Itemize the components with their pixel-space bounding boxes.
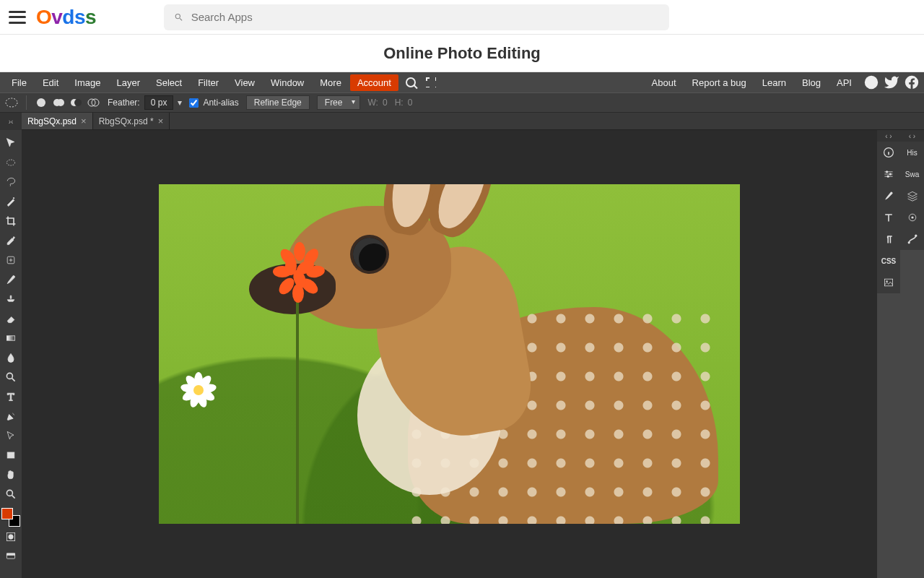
right-panel-column-a: ‹ › CSS	[877, 130, 900, 293]
canvas-image[interactable]	[159, 184, 740, 524]
antialias-label: Anti-alias	[203, 98, 238, 108]
height-label: H:	[395, 98, 404, 108]
document-tab[interactable]: RbgSQx.psd * ×	[93, 113, 170, 129]
tab-close-icon[interactable]: ×	[158, 116, 164, 126]
tool-path-select[interactable]	[1, 426, 21, 445]
tool-gradient[interactable]	[1, 328, 21, 348]
search-input[interactable]	[191, 11, 659, 23]
tool-shape-rectangle[interactable]	[1, 445, 21, 465]
logo-letter: O	[36, 6, 51, 28]
panel-brush-icon[interactable]	[877, 185, 900, 207]
flower-stem-illustration	[296, 285, 299, 524]
feather-value[interactable]: 0 px	[144, 95, 174, 110]
menubar-fullscreen-icon[interactable]	[423, 74, 439, 90]
tool-blur[interactable]	[1, 348, 21, 367]
menu-api[interactable]: API	[829, 74, 859, 91]
tool-crop[interactable]	[1, 211, 21, 230]
menu-edit[interactable]: Edit	[35, 74, 66, 91]
menu-view[interactable]: View	[227, 74, 262, 91]
svg-point-0	[865, 76, 878, 89]
menu-hamburger-icon[interactable]	[9, 11, 26, 24]
panel-character-icon[interactable]	[877, 207, 900, 228]
menu-learn[interactable]: Learn	[755, 74, 793, 91]
panel-css-icon[interactable]: CSS	[877, 250, 900, 272]
tool-clone-stamp[interactable]	[1, 289, 21, 309]
tool-pen[interactable]	[1, 406, 21, 426]
height-control: H: 0	[395, 98, 413, 108]
panel-history-tab[interactable]: His	[900, 142, 924, 163]
svg-rect-12	[6, 335, 14, 340]
panel-info-icon[interactable]	[877, 142, 900, 163]
panel-image-icon[interactable]	[877, 272, 900, 293]
refine-edge-button[interactable]: Refine Edge	[246, 95, 310, 110]
menu-image[interactable]: Image	[67, 74, 108, 91]
reddit-icon[interactable]	[863, 74, 879, 90]
tool-magic-wand[interactable]	[1, 191, 21, 211]
logo-letter: d	[62, 6, 74, 28]
foreground-color-swatch[interactable]	[1, 508, 13, 519]
selection-subtract-icon[interactable]	[69, 95, 83, 110]
menu-about[interactable]: About	[645, 74, 684, 91]
menu-window[interactable]: Window	[263, 74, 311, 91]
panel-swatches-tab[interactable]: Swa	[900, 163, 924, 185]
menu-layer[interactable]: Layer	[110, 74, 148, 91]
tool-marquee-ellipse[interactable]	[1, 152, 21, 172]
tool-healing-brush[interactable]	[1, 250, 21, 269]
tool-quickmask[interactable]	[1, 527, 21, 546]
panel-channels-icon[interactable]	[900, 207, 924, 228]
page-title: Online Photo Editing	[383, 44, 541, 63]
document-tab[interactable]: RbgSQx.psd ×	[22, 113, 93, 129]
selection-ellipse-icon[interactable]	[4, 95, 19, 110]
svg-point-22	[889, 173, 892, 175]
site-logo[interactable]: Ovdss	[36, 6, 96, 29]
tool-screenmode[interactable]	[1, 546, 21, 566]
color-swatches[interactable]	[1, 508, 20, 527]
tab-close-icon[interactable]: ×	[81, 116, 87, 126]
menu-file[interactable]: File	[4, 74, 34, 91]
tool-eraser[interactable]	[1, 309, 21, 328]
tool-lasso[interactable]	[1, 172, 21, 191]
twitter-icon[interactable]	[884, 74, 899, 90]
facebook-icon[interactable]	[904, 74, 920, 90]
svg-point-9	[6, 160, 14, 165]
editor-workspace[interactable]	[22, 130, 877, 578]
tool-brush[interactable]	[1, 269, 21, 289]
svg-rect-24	[884, 279, 892, 286]
menubar-search-icon[interactable]	[403, 74, 419, 90]
width-value[interactable]: 0	[383, 98, 388, 108]
panel-adjust-icon[interactable]	[877, 163, 900, 185]
tool-dodge[interactable]	[1, 367, 21, 387]
search-box[interactable]	[164, 4, 669, 30]
tool-eyedropper[interactable]	[1, 230, 21, 250]
tool-type[interactable]	[1, 387, 21, 406]
toolstrip-collapse-handle[interactable]: ›‹	[0, 113, 22, 130]
right-panel-column-b: ‹ › His Swa	[900, 130, 924, 250]
menu-more[interactable]: More	[313, 74, 349, 91]
panel-collapse-handle[interactable]: ‹ ›	[900, 130, 924, 142]
selection-mode-group	[34, 95, 100, 110]
menu-filter[interactable]: Filter	[191, 74, 226, 91]
panel-paragraph-icon[interactable]	[877, 228, 900, 250]
panel-collapse-handle[interactable]: ‹ ›	[877, 130, 900, 142]
selection-add-icon[interactable]	[51, 95, 66, 110]
left-toolstrip	[0, 130, 22, 578]
height-value[interactable]: 0	[408, 98, 413, 108]
feather-dropdown-icon[interactable]: ▾	[178, 98, 182, 108]
panel-layers-icon[interactable]	[900, 185, 924, 207]
page-title-bar: Online Photo Editing	[0, 35, 924, 72]
menu-account[interactable]: Account	[350, 74, 398, 91]
tool-move[interactable]	[1, 133, 21, 152]
menu-report-bug[interactable]: Report a bug	[685, 74, 754, 91]
menu-select[interactable]: Select	[149, 74, 189, 91]
svg-point-17	[9, 534, 13, 538]
ratio-mode-dropdown[interactable]: Free	[317, 95, 361, 110]
antialias-control[interactable]: Anti-alias	[189, 98, 238, 108]
selection-intersect-icon[interactable]	[86, 95, 100, 110]
document-tabs: RbgSQx.psd × RbgSQx.psd * ×	[0, 113, 924, 130]
antialias-checkbox[interactable]	[189, 98, 199, 108]
selection-new-icon[interactable]	[34, 95, 48, 110]
menu-blog[interactable]: Blog	[795, 74, 828, 91]
tool-hand[interactable]	[1, 465, 21, 484]
panel-paths-icon[interactable]	[900, 228, 924, 250]
tool-zoom[interactable]	[1, 484, 21, 504]
